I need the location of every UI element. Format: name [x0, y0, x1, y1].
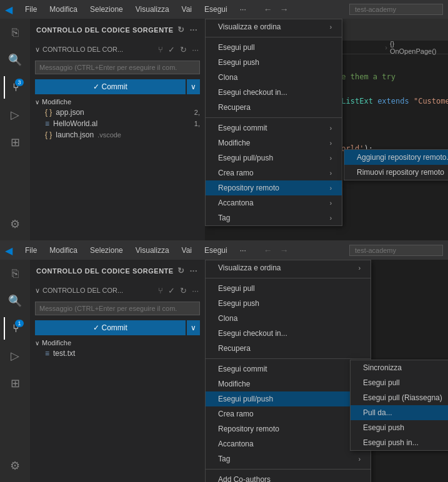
commit-dropdown-button-b[interactable]: ∨ — [187, 320, 200, 335]
activity-extensions[interactable]: ⊞ — [4, 131, 26, 154]
menu-item-eseguipush-b[interactable]: Esegui push — [206, 296, 371, 311]
menu-esegui[interactable]: Esegui — [202, 4, 230, 15]
menu-label: Repository remoto — [218, 184, 279, 192]
menu-vai-b[interactable]: Vai — [179, 245, 194, 256]
menu-item-eseguipull-b[interactable]: Esegui pull — [206, 281, 371, 296]
menu-modifica-b[interactable]: Modifica — [47, 245, 80, 256]
menu-item-recupera[interactable]: Recupera — [206, 100, 342, 115]
more-icon-b[interactable]: ··· — [191, 285, 200, 297]
commit-button-b[interactable]: ✓ Commit — [35, 320, 186, 335]
nav-forward[interactable]: → — [277, 3, 291, 16]
menu-item-eseguipull[interactable]: Esegui pull — [206, 40, 342, 55]
menu-item-tag-b[interactable]: Tag › — [206, 451, 371, 466]
more-options-icon-b[interactable]: ··· — [189, 265, 199, 277]
menu-label: Accantona — [218, 199, 254, 207]
activity-run-b[interactable]: ▷ — [4, 345, 26, 367]
nav-back[interactable]: ← — [261, 3, 275, 16]
menu-esegui-b[interactable]: Esegui — [202, 245, 230, 256]
modifications-header-top[interactable]: ∨ Modifiche — [30, 97, 205, 107]
menu-modifica[interactable]: Modifica — [47, 4, 80, 15]
submenu-item-pullda[interactable]: Pull da... — [351, 405, 448, 420]
menu-item-crearamo-b[interactable]: Crea ramo › — [206, 406, 371, 421]
menu-item-eseguipush[interactable]: Esegui push — [206, 55, 342, 70]
submenu-item-eseguipushin[interactable]: Esegui push in... — [351, 435, 448, 450]
more-icon[interactable]: ··· — [191, 44, 200, 56]
menu-item-eseguipullpush[interactable]: Esegui pull/push › — [206, 150, 342, 165]
activity-explorer[interactable]: ⎘ — [4, 21, 26, 44]
menu-item-accantona-b[interactable]: Accantona › — [206, 436, 371, 451]
activity-explorer-b[interactable]: ⎘ — [4, 262, 26, 285]
nav-forward-b[interactable]: → — [277, 244, 291, 257]
sync-icon[interactable]: ↻ — [179, 44, 188, 56]
nav-back-b[interactable]: ← — [261, 244, 275, 257]
activity-source-control-b[interactable]: ⑂ 1 — [4, 317, 26, 340]
menu-selezione-b[interactable]: Selezione — [87, 245, 126, 256]
commit-button-row-b: ✓ Commit ∨ — [35, 320, 200, 335]
menu-item-crearamo[interactable]: Crea ramo › — [206, 165, 342, 180]
menu-more[interactable]: ··· — [237, 4, 249, 15]
commit-message-input-b[interactable] — [35, 302, 200, 315]
check-icon[interactable]: ✓ — [167, 44, 176, 56]
top-menubar: ◀ File Modifica Selezione Visualizza Vai… — [0, 0, 448, 19]
more-options-icon[interactable]: ··· — [189, 24, 199, 36]
menu-file-b[interactable]: File — [22, 245, 39, 256]
menu-item-eseguipullpush-b[interactable]: Esegui pull/push › — [206, 391, 371, 406]
menu-item-coauthors-b[interactable]: Add Co-authors — [206, 472, 371, 482]
refresh-icon-b[interactable]: ↻ — [176, 265, 186, 277]
menu-visualizza-b[interactable]: Visualizza — [133, 245, 172, 256]
menu-selezione[interactable]: Selezione — [87, 4, 126, 15]
search-input[interactable] — [349, 4, 443, 15]
file-item-launchjson[interactable]: { } launch.json .vscode — [30, 129, 205, 140]
submenu-item-sincronizza[interactable]: Sincronizza — [351, 360, 448, 375]
activity-run[interactable]: ▷ — [4, 104, 26, 126]
source-graph-icon-b[interactable]: ⑂ — [157, 285, 164, 297]
menu-item-repository[interactable]: Repository remoto › — [206, 180, 342, 195]
submenu-item-eseguipush[interactable]: Esegui push — [351, 420, 448, 435]
activity-search-b[interactable]: 🔍 — [4, 290, 26, 312]
menu-item-checkout[interactable]: Esegui checkout in... — [206, 85, 342, 100]
menu-label: Visualizza e ordina — [218, 22, 281, 31]
menu-file[interactable]: File — [22, 4, 39, 15]
menu-item-modifiche-b[interactable]: Modifiche › — [206, 376, 371, 391]
menu-item-visualizza[interactable]: Visualizza e ordina › — [206, 19, 342, 34]
submenu-item-aggiungi[interactable]: Aggiungi repository remoto... — [344, 150, 448, 165]
file-item-appjson[interactable]: { } app.json 2, — [30, 107, 205, 118]
menu-item-accantona[interactable]: Accantona › — [206, 195, 342, 210]
modifications-header-bottom[interactable]: ∨ Modifiche — [30, 338, 205, 348]
menu-vai[interactable]: Vai — [179, 4, 194, 15]
menu-item-recupera-b[interactable]: Recupera — [206, 341, 371, 356]
menu-item-eseguicommit[interactable]: Esegui commit › — [206, 120, 342, 135]
activity-settings[interactable]: ⚙ — [4, 213, 26, 235]
editor-area-top: HelloWorld.al 1, U × HelloWorld.al › {} … — [205, 19, 448, 240]
activity-settings-b[interactable]: ⚙ — [4, 455, 26, 477]
menu-item-modifiche[interactable]: Modifiche › — [206, 135, 342, 150]
submenu-item-rimuovi[interactable]: Rimuovi repository remoto — [344, 165, 448, 180]
menu-item-clona-b[interactable]: Clona — [206, 311, 371, 326]
activity-search[interactable]: 🔍 — [4, 49, 26, 71]
submenu-item-eseguipull[interactable]: Esegui pull — [351, 375, 448, 390]
top-workspace: ⎘ 🔍 ⑂ 3 ▷ ⊞ ⚙ CONTROLLO DEL CODICE SORGE… — [0, 19, 448, 240]
commit-message-input[interactable] — [35, 61, 200, 74]
commit-button[interactable]: ✓ Commit — [35, 79, 186, 94]
file-item-helloworld[interactable]: ≡ HelloWorld.al 1, — [30, 118, 205, 129]
menu-item-repository-b[interactable]: Repository remoto › — [206, 421, 371, 436]
chevron-down-icon: ∨ — [35, 46, 40, 54]
sync-icon-b[interactable]: ↻ — [179, 285, 188, 297]
menu-item-clona[interactable]: Clona — [206, 70, 342, 85]
activity-source-control[interactable]: ⑂ 3 — [4, 76, 26, 99]
commit-dropdown-button[interactable]: ∨ — [187, 79, 200, 94]
menu-more-b[interactable]: ··· — [237, 245, 249, 256]
file-item-testtxt[interactable]: ≡ test.txt — [30, 348, 205, 359]
source-control-badge: 3 — [15, 79, 24, 86]
search-input-b[interactable] — [349, 245, 443, 256]
menu-item-eseguicommit-b[interactable]: Esegui commit › — [206, 362, 371, 376]
check-icon-b[interactable]: ✓ — [167, 285, 176, 297]
menu-visualizza[interactable]: Visualizza — [133, 4, 172, 15]
submenu-item-eseguipullriassegna[interactable]: Esegui pull (Riassegna) — [351, 390, 448, 405]
menu-item-checkout-b[interactable]: Esegui checkout in... — [206, 326, 371, 341]
source-graph-icon[interactable]: ⑂ — [157, 44, 164, 56]
activity-extensions-b[interactable]: ⊞ — [4, 372, 26, 395]
refresh-icon[interactable]: ↻ — [176, 24, 186, 36]
menu-item-visualizza-b[interactable]: Visualizza e ordina › — [206, 260, 371, 275]
menu-item-tag[interactable]: Tag › — [206, 210, 342, 225]
